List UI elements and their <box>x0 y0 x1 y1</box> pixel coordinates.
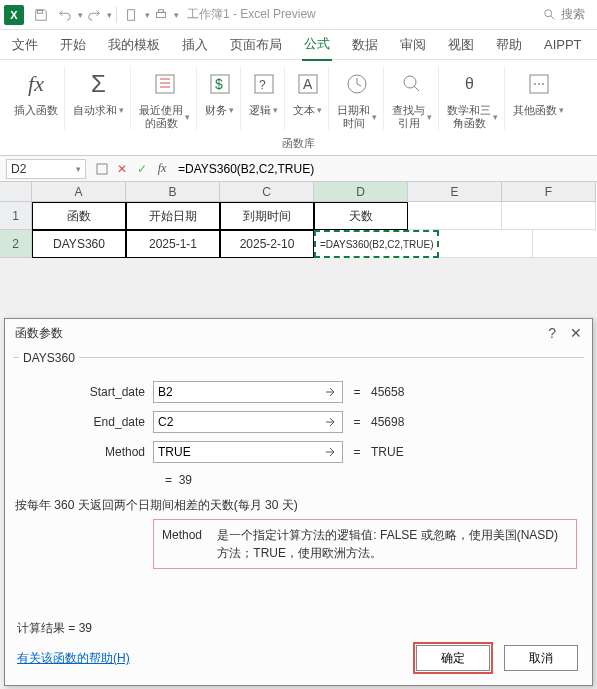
search-box[interactable]: 搜索 <box>543 6 585 23</box>
ribbon-button-label: 逻辑 ▾ <box>249 104 278 117</box>
formula-input[interactable] <box>172 162 597 176</box>
ribbon-tab[interactable]: 文件 <box>10 30 40 60</box>
ribbon-tab[interactable]: 数据 <box>350 30 380 60</box>
range-picker-icon[interactable] <box>322 444 338 460</box>
cell[interactable]: 到期时间 <box>220 202 314 230</box>
save-icon[interactable] <box>30 4 52 26</box>
function-help-link[interactable]: 有关该函数的帮助(H) <box>17 650 130 667</box>
function-description: 按每年 360 天返回两个日期间相差的天数(每月 30 天) <box>15 497 298 514</box>
undo-icon[interactable] <box>54 4 76 26</box>
fx-icon[interactable]: fx <box>152 159 172 179</box>
column-header[interactable]: F <box>502 182 596 202</box>
cell[interactable]: DAYS360 <box>32 230 126 258</box>
ribbon-button[interactable]: 查找与引用 ▾ <box>386 66 439 130</box>
ribbon-tab[interactable]: 开始 <box>58 30 88 60</box>
range-selector-icon[interactable] <box>92 159 112 179</box>
cell[interactable] <box>439 230 533 258</box>
finance-icon: $ <box>207 66 233 102</box>
math-icon: θ <box>460 66 486 102</box>
param-input[interactable] <box>153 411 343 433</box>
select-all-corner[interactable] <box>0 182 32 202</box>
equals-sign: = <box>351 445 363 459</box>
column-header[interactable]: B <box>126 182 220 202</box>
param-result: 45658 <box>371 385 404 399</box>
ribbon-button[interactable]: θ数学和三角函数 ▾ <box>441 66 505 130</box>
cell[interactable] <box>533 230 597 258</box>
ribbon: fx插入函数Σ自动求和 ▾最近使用的函数 ▾$财务 ▾?逻辑 ▾A文本 ▾日期和… <box>0 60 597 156</box>
ribbon-button[interactable]: $财务 ▾ <box>199 66 241 130</box>
range-picker-icon[interactable] <box>322 384 338 400</box>
ribbon-button[interactable]: A文本 ▾ <box>287 66 329 130</box>
cell[interactable]: 开始日期 <box>126 202 220 230</box>
svg-point-18 <box>542 83 544 85</box>
chevron-down-icon: ▾ <box>185 111 190 124</box>
ribbon-tab[interactable]: 公式 <box>302 29 332 61</box>
close-icon[interactable]: ✕ <box>570 325 582 341</box>
ribbon-button[interactable]: 其他函数 ▾ <box>507 66 570 130</box>
ribbon-tab[interactable]: AIPPT <box>542 31 584 58</box>
column-header[interactable]: E <box>408 182 502 202</box>
column-header[interactable]: A <box>32 182 126 202</box>
name-box[interactable]: D2 ▾ <box>6 159 86 179</box>
ribbon-tab[interactable]: 插入 <box>180 30 210 60</box>
ribbon-tab[interactable]: 视图 <box>446 30 476 60</box>
param-input[interactable] <box>153 441 343 463</box>
redo-dropdown-icon[interactable]: ▾ <box>107 10 112 20</box>
cancel-formula-icon[interactable]: ✕ <box>112 159 132 179</box>
param-input-field[interactable] <box>158 445 322 459</box>
cell[interactable] <box>408 202 502 230</box>
column-header[interactable]: C <box>220 182 314 202</box>
parameter-info-box: Method 是一个指定计算方法的逻辑值: FALSE 或忽略，使用美国(NAS… <box>153 519 577 569</box>
row-header[interactable]: 2 <box>0 230 32 258</box>
print-dropdown-icon[interactable]: ▾ <box>174 10 179 20</box>
cell[interactable]: 函数 <box>32 202 126 230</box>
date-icon <box>344 66 370 102</box>
title-bar: X ▾ ▾ ▾ ▾ 工作簿1 - Excel Preview 搜索 <box>0 0 597 30</box>
param-input-field[interactable] <box>158 415 322 429</box>
cancel-button[interactable]: 取消 <box>504 645 578 671</box>
chevron-down-icon: ▾ <box>76 164 81 174</box>
param-input-field[interactable] <box>158 385 322 399</box>
ribbon-button[interactable]: 日期和时间 ▾ <box>331 66 384 130</box>
recent-icon <box>152 66 178 102</box>
range-picker-icon[interactable] <box>322 414 338 430</box>
ribbon-button[interactable]: Σ自动求和 ▾ <box>67 66 131 130</box>
ribbon-button-label: 最近使用的函数 ▾ <box>139 104 190 130</box>
chevron-down-icon: ▾ <box>559 104 564 117</box>
ribbon-tab[interactable]: 页面布局 <box>228 30 284 60</box>
ok-button[interactable]: 确定 <box>416 645 490 671</box>
svg-point-17 <box>538 83 540 85</box>
ribbon-tab[interactable]: 审阅 <box>398 30 428 60</box>
ribbon-button-label: 数学和三角函数 ▾ <box>447 104 498 130</box>
ribbon-button[interactable]: fx插入函数 <box>8 66 65 130</box>
cell[interactable] <box>502 202 596 230</box>
ribbon-tab[interactable]: 帮助 <box>494 30 524 60</box>
param-row: Start_date=45658 <box>25 377 572 407</box>
ribbon-tab[interactable]: 我的模板 <box>106 30 162 60</box>
column-header[interactable]: D <box>314 182 408 202</box>
param-row: Method=TRUE <box>25 437 572 467</box>
cell[interactable]: 2025-2-10 <box>220 230 314 258</box>
row-header[interactable]: 1 <box>0 202 32 230</box>
svg-text:θ: θ <box>465 75 474 92</box>
new-icon[interactable] <box>121 4 143 26</box>
ribbon-button-label: 日期和时间 ▾ <box>337 104 377 130</box>
active-cell[interactable]: =DAYS360(B2,C2,TRUE) <box>314 230 439 258</box>
cell[interactable]: 天数 <box>314 202 408 230</box>
param-input[interactable] <box>153 381 343 403</box>
cell[interactable]: 2025-1-1 <box>126 230 220 258</box>
ribbon-button[interactable]: 最近使用的函数 ▾ <box>133 66 197 130</box>
text-icon: A <box>295 66 321 102</box>
print-icon[interactable] <box>150 4 172 26</box>
ribbon-button[interactable]: ?逻辑 ▾ <box>243 66 285 130</box>
svg-rect-19 <box>97 164 107 174</box>
accept-formula-icon[interactable]: ✓ <box>132 159 152 179</box>
svg-point-16 <box>534 83 536 85</box>
help-icon[interactable]: ? <box>548 325 556 341</box>
redo-icon[interactable] <box>83 4 105 26</box>
chevron-down-icon: ▾ <box>119 104 124 117</box>
name-box-value: D2 <box>11 162 26 176</box>
svg-text:?: ? <box>259 78 266 92</box>
ribbon-tabs: 文件开始我的模板插入页面布局公式数据审阅视图帮助AIPPT <box>0 30 597 60</box>
ribbon-button-label: 插入函数 <box>14 104 58 117</box>
